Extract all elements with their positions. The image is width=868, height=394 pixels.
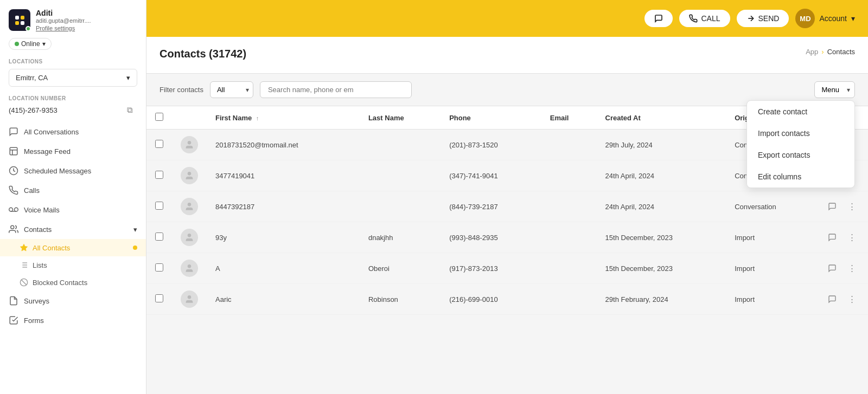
row-phone: (201)-873-1520 [441, 130, 541, 160]
row-checkbox[interactable] [155, 294, 163, 302]
sidebar-item-surveys[interactable]: Surveys [0, 291, 146, 311]
dropdown-menu: Create contact Import contacts Export co… [746, 100, 855, 188]
more-actions-icon[interactable]: ⋮ [844, 199, 859, 214]
sidebar-item-calls[interactable]: Calls [0, 180, 146, 200]
contact-avatar [181, 167, 198, 184]
menu-label: Menu [821, 86, 839, 94]
more-actions-icon[interactable]: ⋮ [844, 230, 859, 245]
import-contacts-item[interactable]: Import contacts [747, 122, 854, 144]
profile-section: Aditi aditi.gupta@emitrr.... Profile set… [0, 0, 146, 36]
phone-header[interactable]: Phone [441, 106, 541, 130]
copy-icon[interactable]: ⧉ [122, 102, 137, 118]
row-created-at: 24th April, 2024 [597, 160, 726, 191]
row-created-at: 15th December, 2023 [597, 253, 726, 284]
svg-point-18 [188, 141, 191, 144]
account-avatar: MD [795, 9, 815, 28]
svg-point-21 [188, 234, 191, 237]
sidebar-item-all-contacts[interactable]: All Contacts [0, 239, 146, 256]
chevron-down-icon: ▾ [42, 40, 46, 48]
row-email [541, 253, 597, 284]
sub-nav-label: Lists [33, 261, 47, 269]
send-button[interactable]: SEND [737, 10, 789, 27]
export-contacts-item[interactable]: Export contacts [747, 144, 854, 166]
row-avatar-cell [172, 160, 207, 191]
row-created-at: 15th December, 2023 [597, 222, 726, 253]
row-actions: ⋮ [816, 191, 868, 222]
row-phone: (993)-848-2935 [441, 222, 541, 253]
last-name-header[interactable]: Last Name [360, 106, 441, 130]
svg-point-22 [188, 264, 191, 268]
svg-rect-0 [10, 147, 17, 155]
feed-icon [9, 146, 18, 156]
row-checkbox[interactable] [155, 232, 163, 241]
svg-point-20 [188, 203, 191, 206]
phone-icon [689, 14, 698, 23]
location-dropdown[interactable]: Emitrr, CA ▾ [9, 69, 137, 87]
sidebar-item-blocked-contacts[interactable]: Blocked Contacts [0, 274, 146, 291]
sidebar-item-forms[interactable]: Forms [0, 311, 146, 330]
chat-button[interactable] [644, 10, 673, 27]
row-avatar-cell [172, 253, 207, 284]
row-checkbox[interactable] [155, 171, 163, 179]
row-email [541, 284, 597, 315]
chevron-down-icon: ▾ [126, 74, 130, 82]
online-status-badge[interactable]: Online ▾ [9, 38, 52, 50]
row-avatar-cell [172, 284, 207, 315]
row-last-name [360, 160, 441, 191]
filter-label: Filter contacts [159, 86, 203, 94]
row-first-name: 93y [207, 222, 360, 253]
row-first-name: Aaric [207, 284, 360, 315]
edit-columns-item[interactable]: Edit columns [747, 166, 854, 188]
contact-avatar [181, 198, 198, 215]
more-actions-icon[interactable]: ⋮ [844, 292, 859, 307]
nav-label: Forms [24, 317, 44, 325]
sidebar-item-contacts[interactable]: Contacts ▾ [0, 219, 146, 239]
row-email [541, 130, 597, 160]
content-inner: Contacts (31742) App › Contacts Filter c… [146, 37, 868, 394]
account-label: Account [819, 14, 847, 23]
contact-avatar [181, 136, 198, 153]
row-checkbox[interactable] [155, 263, 163, 272]
sidebar-item-message-feed[interactable]: Message Feed [0, 141, 146, 161]
location-number: (415)-267-9353 [9, 106, 58, 114]
star-icon [20, 243, 28, 252]
sub-nav-label: Blocked Contacts [33, 279, 87, 287]
row-source: Import [726, 253, 816, 284]
profile-settings-link[interactable]: Profile settings [36, 25, 137, 31]
sort-icon: ↑ [256, 115, 259, 121]
message-action-icon[interactable] [825, 230, 840, 245]
call-button[interactable]: CALL [679, 10, 730, 27]
more-actions-icon[interactable]: ⋮ [844, 261, 859, 276]
sidebar-item-lists[interactable]: Lists [0, 256, 146, 274]
row-last-name [360, 130, 441, 160]
sidebar-item-conversations[interactable]: All Conversations [0, 122, 146, 141]
contact-avatar [181, 290, 198, 308]
main-content: CALL SEND MD Account ▾ Contacts (31742) … [146, 0, 868, 394]
chat-icon [654, 14, 663, 23]
breadcrumb-current: Contacts [827, 48, 855, 56]
sidebar-item-scheduled[interactable]: Scheduled Messages [0, 161, 146, 180]
chevron-down-icon: ▾ [133, 225, 137, 234]
first-name-header[interactable]: First Name ↑ [207, 106, 360, 130]
select-all-checkbox[interactable] [155, 113, 163, 121]
block-icon [20, 278, 28, 287]
row-checkbox[interactable] [155, 140, 163, 148]
created-at-header[interactable]: Created At [597, 106, 726, 130]
search-input[interactable] [260, 81, 412, 98]
create-contact-item[interactable]: Create contact [747, 101, 854, 122]
row-created-at: 29th February, 2024 [597, 284, 726, 315]
email-header[interactable]: Email [541, 106, 597, 130]
nav-label: Voice Mails [24, 206, 60, 214]
call-label: CALL [701, 14, 720, 23]
account-button[interactable]: MD Account ▾ [795, 9, 855, 28]
message-action-icon[interactable] [825, 199, 840, 214]
row-checkbox-cell [146, 130, 172, 160]
message-action-icon[interactable] [825, 261, 840, 276]
filter-select[interactable]: All [210, 81, 253, 98]
message-action-icon[interactable] [825, 292, 840, 307]
row-source: Conversation [726, 191, 816, 222]
sidebar-item-voicemails[interactable]: Voice Mails [0, 200, 146, 219]
row-checkbox[interactable] [155, 202, 163, 210]
breadcrumb-separator: › [821, 48, 824, 56]
menu-button[interactable]: Menu [814, 81, 855, 98]
